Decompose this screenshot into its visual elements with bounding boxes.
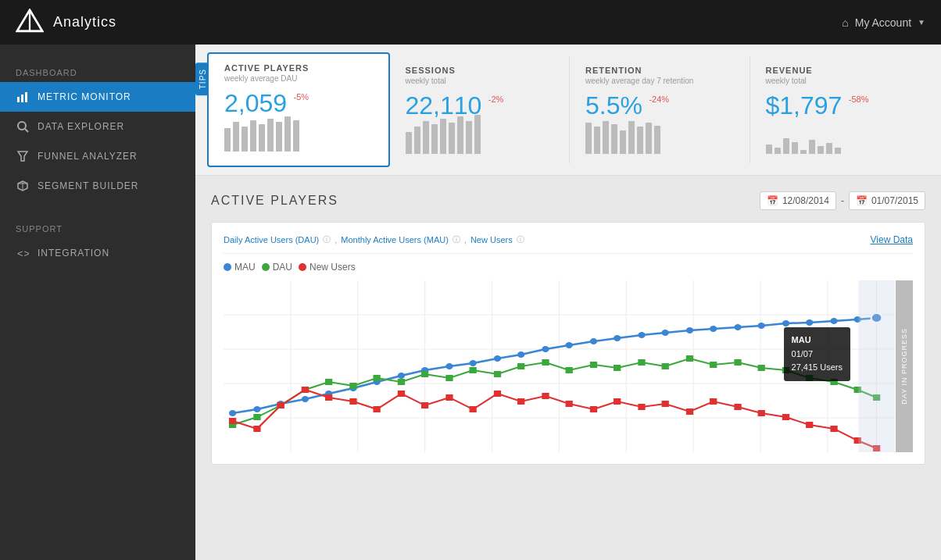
svg-rect-68 (542, 359, 549, 366)
svg-rect-71 (614, 365, 621, 371)
svg-rect-61 (373, 375, 380, 381)
bar (646, 123, 652, 154)
sidebar-label-data-explorer: Data Explorer (38, 121, 124, 132)
svg-point-37 (470, 360, 477, 366)
sidebar-item-funnel-analyzer[interactable]: Funnel Analyzer (0, 141, 195, 171)
bar (284, 116, 291, 152)
svg-rect-5 (25, 92, 27, 102)
legend-dau: DAU (262, 262, 292, 273)
svg-rect-65 (470, 367, 477, 373)
metric-value-revenue: $1,797 (766, 91, 843, 120)
svg-rect-108 (830, 426, 837, 432)
bar (449, 123, 455, 154)
bar (603, 121, 609, 154)
date-from-picker[interactable]: 📅 12/08/2014 (760, 191, 836, 210)
metric-sub-revenue: weekly total (766, 77, 914, 85)
sidebar-item-integration[interactable]: <> Integration (0, 238, 195, 268)
bar (259, 124, 265, 152)
chart-svg (224, 280, 913, 452)
svg-rect-86 (302, 387, 309, 393)
dau-info-icon[interactable]: ⓘ (323, 234, 331, 245)
svg-marker-8 (18, 152, 27, 161)
svg-rect-66 (494, 371, 501, 377)
svg-point-42 (590, 338, 597, 344)
svg-point-51 (806, 319, 813, 326)
new-users-info-icon[interactable]: ⓘ (517, 234, 524, 245)
bar (594, 127, 600, 154)
bar (233, 122, 239, 152)
calendar-icon: 📅 (767, 195, 778, 206)
bar (818, 146, 824, 154)
svg-rect-75 (710, 362, 717, 368)
svg-point-48 (734, 324, 741, 330)
date-to-picker[interactable]: 📅 01/07/2015 (849, 191, 925, 210)
chart-metric-labels: Daily Active Users (DAU) ⓘ , Monthly Act… (224, 234, 913, 245)
label-sep2: , (464, 235, 467, 244)
svg-point-40 (542, 346, 549, 352)
metric-bars-retention (585, 127, 734, 154)
dropdown-arrow-icon: ▼ (918, 18, 925, 27)
legend-new-users: New Users (299, 262, 356, 273)
mau-info-icon[interactable]: ⓘ (453, 234, 460, 245)
account-label: My Account (855, 16, 911, 29)
svg-rect-56 (253, 414, 260, 420)
metric-value-sessions: 22,110 (406, 91, 482, 120)
metric-card-sessions[interactable]: SESSIONS weekly total 22,110 -2% (390, 56, 571, 163)
svg-rect-59 (325, 379, 332, 385)
svg-rect-89 (373, 406, 380, 412)
view-data-button[interactable]: View Data (871, 234, 913, 245)
svg-point-41 (566, 342, 573, 348)
bar (628, 121, 635, 154)
metric-change-active-players: -5% (294, 92, 309, 102)
metric-card-revenue[interactable]: REVENUE weekly total $1,797 -58% (750, 56, 930, 163)
svg-point-38 (494, 355, 501, 362)
svg-point-45 (662, 330, 669, 336)
metric-bars-sessions (406, 127, 554, 154)
metric-sub-active-players: weekly average DAU (224, 74, 373, 83)
section-title: ACTIVE PLAYERS (211, 194, 338, 208)
metric-sub-sessions: weekly total (406, 77, 554, 85)
mau-label: Monthly Active Users (MAU) (341, 235, 449, 244)
bar (466, 121, 472, 154)
bar (775, 148, 781, 154)
metric-card-active-players[interactable]: ACTIVE PLAYERS weekly average DAU 2,059 … (207, 52, 390, 167)
svg-rect-104 (734, 404, 741, 410)
metric-value-retention: 5.5% (585, 91, 642, 120)
svg-rect-100 (638, 404, 645, 410)
topnav: Analytics ⌂ My Account ▼ (0, 0, 941, 45)
legend-mau: MAU (224, 262, 256, 273)
svg-point-49 (758, 323, 765, 329)
metric-sub-retention: weekly average day 7 retention (585, 77, 734, 85)
sidebar-section-dashboard: Dashboard (0, 60, 195, 82)
svg-rect-88 (349, 398, 356, 405)
svg-rect-102 (686, 408, 693, 415)
bar (293, 120, 299, 152)
svg-rect-4 (21, 95, 23, 102)
date-from: 12/08/2014 (782, 195, 829, 206)
bar (414, 127, 420, 154)
svg-line-7 (25, 129, 28, 132)
svg-point-52 (830, 318, 837, 324)
metric-card-retention[interactable]: RETENTION weekly average day 7 retention… (570, 56, 750, 163)
sidebar-section-support: Support (0, 216, 195, 238)
bar (457, 116, 463, 154)
chart-header: Daily Active Users (DAU) ⓘ , Monthly Act… (224, 234, 913, 254)
sidebar: Dashboard Metric Monitor Data Explorer F… (0, 45, 195, 560)
bar (611, 124, 617, 154)
metric-title-retention: RETENTION (585, 66, 734, 75)
bar (585, 123, 592, 154)
sidebar-label-metric-monitor: Metric Monitor (38, 91, 131, 102)
account-menu[interactable]: ⌂ My Account ▼ (842, 16, 925, 29)
svg-point-36 (445, 363, 453, 369)
bar (826, 143, 832, 154)
svg-rect-74 (686, 355, 693, 362)
svg-rect-85 (277, 402, 284, 408)
sidebar-item-data-explorer[interactable]: Data Explorer (0, 112, 195, 141)
svg-rect-91 (421, 402, 428, 408)
bar (474, 115, 481, 154)
sidebar-item-metric-monitor[interactable]: Metric Monitor (0, 82, 195, 112)
sidebar-item-segment-builder[interactable]: Segment Builder (0, 171, 195, 201)
svg-rect-111 (858, 280, 894, 452)
bar (800, 150, 807, 154)
svg-rect-73 (662, 363, 669, 369)
